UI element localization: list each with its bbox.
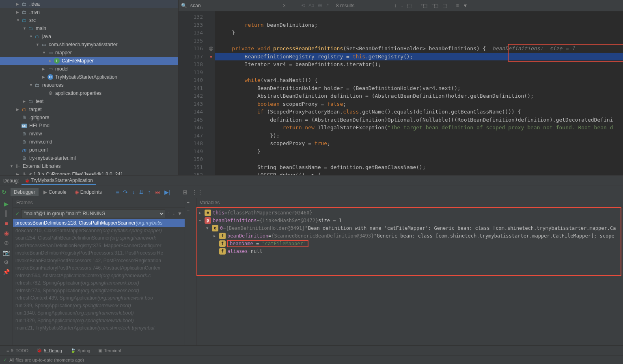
regex2-icon[interactable]: .* xyxy=(326,3,329,9)
var-row-beanDefinitions[interactable]: ▼pbeanDefinitions = {LinkedHashSet@3472}… xyxy=(197,216,622,224)
frame-item-9[interactable]: refresh:774, SpringApplication (org.spri… xyxy=(13,287,185,295)
code-line-148[interactable]: scopedProxy = true; xyxy=(215,139,623,148)
tree-item-help-md[interactable]: M↓HELP.md xyxy=(0,122,178,130)
resume-icon[interactable]: ▶ xyxy=(4,201,9,207)
code-line-142[interactable]: AbstractBeanDefinition definition = (Abs… xyxy=(215,92,623,100)
code-line-151[interactable]: String beanClassName = definition.getBea… xyxy=(215,163,623,171)
spring-tab[interactable]: 🍃 Spring xyxy=(67,347,94,354)
code-line-139[interactable] xyxy=(215,69,623,77)
tree-item---1-8----c--program-files-java-jdk1-8-0-241[interactable]: ▶⊪< 1.8 > C:\Program Files\Java\jdk1.8.0… xyxy=(0,170,178,175)
code-line-152[interactable]: LOGGER.debug(() -> { xyxy=(215,171,623,175)
frame-item-2[interactable]: scan:254, ClassPathBeanDefinitionScanner… xyxy=(13,234,185,242)
words-icon[interactable]: W xyxy=(318,3,322,9)
add-selection-icon[interactable]: ⁺⬚ xyxy=(420,3,427,9)
evaluate-icon[interactable]: ⊞ xyxy=(183,189,188,195)
code-line-141[interactable]: BeanDefinitionHolder holder = (BeanDefin… xyxy=(215,84,623,92)
frame-item-0[interactable]: processBeanDefinitions:218, ClassPathMap… xyxy=(13,219,185,227)
step-out-icon[interactable]: ↑ xyxy=(148,189,151,195)
debug-bottom-tab[interactable]: 🐞 5: Debug xyxy=(33,347,65,354)
tree-item-target[interactable]: ▶🗀target xyxy=(0,105,178,113)
var-row-beanName[interactable]: fbeanName = "catFileMapper" xyxy=(197,240,622,247)
frame-item-4[interactable]: invokeBeanDefinitionRegistryPostProcesso… xyxy=(13,249,185,257)
console-tab[interactable]: ▶Console xyxy=(40,188,70,196)
settings2-icon[interactable]: ⚙ xyxy=(4,259,9,266)
filter-frames-icon[interactable]: ▼ xyxy=(177,211,182,216)
mute-breakpoints-icon[interactable]: ⊘ xyxy=(4,240,9,246)
tree-item-catfilemapper[interactable]: ▶ICatFileMapper xyxy=(0,57,178,65)
code-line-146[interactable]: return new IllegalStateException("The ta… xyxy=(215,124,623,132)
var-row-aliases[interactable]: faliases = null xyxy=(197,247,622,255)
endpoints-tab[interactable]: ◉Endpoints xyxy=(71,188,105,196)
next-match-icon[interactable]: ↓ xyxy=(401,3,403,9)
code-line-135[interactable] xyxy=(215,37,623,45)
run-to-cursor-icon[interactable]: ▶| xyxy=(164,189,170,195)
close-search-icon[interactable]: × xyxy=(283,3,286,9)
add-watch-icon[interactable]: + xyxy=(187,200,194,206)
tree-item-mvnw[interactable]: 🗎mvnw xyxy=(0,130,178,138)
thread-select[interactable]: "main"@1 in group "main": RUNNING xyxy=(21,209,165,218)
tree-item-external-libraries[interactable]: ▼⊪External Libraries xyxy=(0,162,178,170)
tree-item-java[interactable]: ▼🗀java xyxy=(0,32,178,41)
var-row-this[interactable]: ▶ethis = {ClassPathMapperScanner@3460} xyxy=(197,209,622,216)
code-editor[interactable]: 1321331341351361371381391401411421431441… xyxy=(179,11,623,175)
frame-item-12[interactable]: run:1340, SpringApplication (org.springf… xyxy=(13,309,185,317)
code-line-150[interactable] xyxy=(215,155,623,163)
code-line-137[interactable]: BeanDefinitionRegistry registry = this.g… xyxy=(215,53,623,61)
code-line-149[interactable]: } xyxy=(215,148,623,156)
select-all-icon[interactable]: ⬚ xyxy=(407,3,412,9)
frame-item-14[interactable]: main:21, TryMybatisStarterApplication (c… xyxy=(13,324,185,332)
regex-icon[interactable]: ⟲ xyxy=(301,3,305,9)
tree-item--mvn[interactable]: ▶🗀.mvn xyxy=(0,8,178,16)
code-line-138[interactable]: Iterator var4 = beanDefinitions.iterator… xyxy=(215,60,623,69)
force-step-into-icon[interactable]: ⇊ xyxy=(139,189,144,195)
debugger-tab[interactable]: Debugger xyxy=(11,188,39,196)
prev-match-icon[interactable]: ↑ xyxy=(394,3,397,9)
tree-item-pom-xml[interactable]: mpom.xml xyxy=(0,146,178,154)
trace-icon[interactable]: ⋮⋮ xyxy=(192,189,203,195)
code-line-133[interactable]: return beanDefinitions; xyxy=(215,21,623,29)
tree-item-test[interactable]: ▶🗀test xyxy=(0,97,178,105)
tree-item-trymybatisstarterapplication[interactable]: ▶CTryMybatisStarterApplication xyxy=(0,73,178,81)
select-occurrences-icon[interactable]: ⬚ xyxy=(442,3,447,9)
step-into-icon[interactable]: ↓ xyxy=(132,189,135,195)
frame-item-8[interactable]: refresh:782, SpringApplication (org.spri… xyxy=(13,279,185,287)
tree-item-main[interactable]: ▼🗀main xyxy=(0,24,178,32)
remove-watch-icon[interactable]: − xyxy=(187,208,194,214)
pause-icon[interactable]: ║ xyxy=(4,210,9,217)
prev-frame-icon[interactable]: ↑ xyxy=(168,211,170,216)
stop-icon[interactable]: ■ xyxy=(4,220,8,227)
threads-icon[interactable]: ≡ xyxy=(116,189,119,195)
terminal-tab[interactable]: ▣ Terminal xyxy=(95,347,124,354)
debug-run-tab[interactable]: 🐞 TryMybatisStarterApplication xyxy=(22,177,96,185)
tree-item-src[interactable]: ▼🗀src xyxy=(0,16,178,24)
todo-tab[interactable]: ≡ 6: TODO xyxy=(3,347,32,354)
frame-item-11[interactable]: run:339, SpringApplication (org.springfr… xyxy=(13,302,185,310)
step-over-icon[interactable]: ↷ xyxy=(123,189,128,195)
camera-icon[interactable]: 📷 xyxy=(3,249,10,256)
next-frame-icon[interactable]: ↓ xyxy=(172,211,175,216)
tree-item--gitignore[interactable]: 🗎.gitignore xyxy=(0,113,178,122)
tree-item-model[interactable]: ▶▭model xyxy=(0,65,178,73)
remove-selection-icon[interactable]: ⁻⬚ xyxy=(431,3,438,9)
rerun-icon[interactable]: ↻ xyxy=(2,189,6,195)
breakpoints-icon[interactable]: ◉ xyxy=(4,230,9,236)
project-tree[interactable]: ▶🗀.idea▶🗀.mvn▼🗀src▼🗀main▼🗀java▼▭com.shin… xyxy=(0,0,179,175)
frame-item-3[interactable]: postProcessBeanDefinitionRegistry:375, M… xyxy=(13,242,185,250)
filter-icon[interactable]: ▼ xyxy=(463,3,468,9)
tree-item--idea[interactable]: ▶🗀.idea xyxy=(0,0,178,8)
code-line-144[interactable]: if (ScopedProxyFactoryBean.class.getName… xyxy=(215,108,623,116)
search-input[interactable] xyxy=(190,3,288,9)
frame-item-5[interactable]: invokeBeanFactoryPostProcessors:142, Pos… xyxy=(13,257,185,265)
pin-icon[interactable]: 📌 xyxy=(3,269,10,275)
tree-item-mvnw-cmd[interactable]: 🗎mvnw.cmd xyxy=(0,138,178,146)
settings-icon[interactable]: ≡ xyxy=(456,3,459,9)
frame-item-6[interactable]: invokeBeanFactoryPostProcessors:746, Abs… xyxy=(13,264,185,272)
tree-item-resources[interactable]: ▼🗀resources xyxy=(0,81,178,89)
frame-item-1[interactable]: doScan:210, ClassPathMapperScanner (org.… xyxy=(13,227,185,235)
frame-item-13[interactable]: run:1329, SpringApplication (org.springf… xyxy=(13,317,185,325)
tree-item-try-mybatis-starter-iml[interactable]: 🗎try-mybatis-starter.iml xyxy=(0,154,178,162)
code-line-147[interactable]: }); xyxy=(215,132,623,140)
code-line-140[interactable]: while(var4.hasNext()) { xyxy=(215,76,623,84)
frame-item-10[interactable]: refreshContext:439, SpringApplication (o… xyxy=(13,294,185,302)
frame-item-7[interactable]: refresh:564, AbstractApplicationContext … xyxy=(13,272,185,280)
